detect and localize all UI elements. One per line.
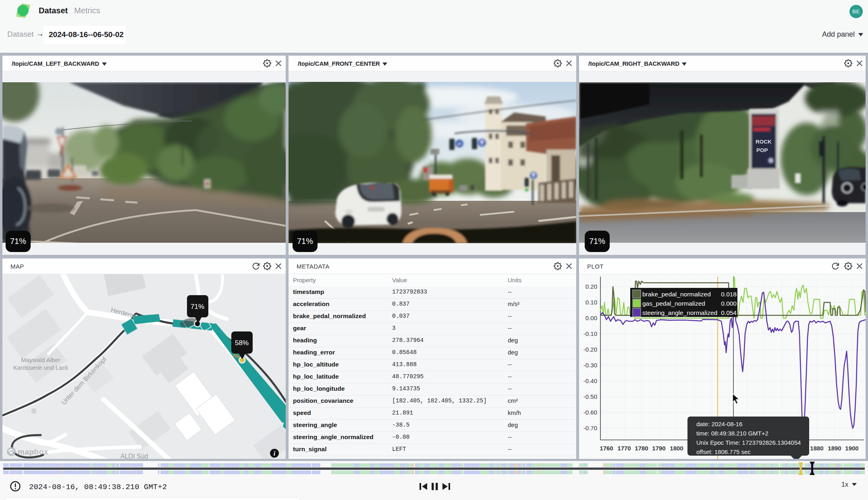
svg-text:71%: 71% (191, 303, 204, 310)
svg-text:-0.70: -0.70 (584, 425, 597, 431)
svg-text:-0.60: -0.60 (584, 409, 597, 416)
svg-text:POP: POP (756, 147, 768, 153)
svg-text:1790: 1790 (652, 445, 665, 452)
svg-text:brake_pedal_normalized: brake_pedal_normalized (642, 291, 711, 298)
svg-text:1760: 1760 (600, 445, 613, 452)
svg-text:1x: 1x (841, 481, 848, 488)
svg-text:-0.30: -0.30 (584, 362, 597, 369)
svg-text:1800: 1800 (670, 445, 683, 452)
svg-text:0.018: 0.018 (721, 291, 737, 298)
svg-text:2024-08-16, 08:49:38.210 GMT+2: 2024-08-16, 08:49:38.210 GMT+2 (29, 483, 167, 492)
svg-text:ROCK: ROCK (756, 139, 772, 145)
svg-text:0.000: 0.000 (721, 300, 737, 307)
svg-text:1900: 1900 (845, 445, 858, 452)
svg-text:1770: 1770 (617, 445, 631, 452)
svg-text:0.00: 0.00 (586, 315, 597, 321)
svg-text:-0.50: -0.50 (584, 393, 597, 400)
svg-text:1890: 1890 (828, 445, 841, 452)
svg-text:mapbox: mapbox (18, 448, 48, 456)
svg-text:0.10: 0.10 (586, 299, 597, 306)
svg-text:offset: 1806.775 sec: offset: 1806.775 sec (696, 448, 751, 455)
svg-text:steering_angle_normalized: steering_angle_normalized (642, 309, 717, 316)
svg-text:Karosserie und Lack: Karosserie und Lack (13, 364, 69, 371)
svg-text:0.20: 0.20 (586, 283, 597, 290)
svg-text:0.054: 0.054 (721, 309, 737, 316)
svg-text:-0.40: -0.40 (584, 377, 597, 384)
svg-text:i: i (274, 450, 276, 457)
svg-text:-0.20: -0.20 (584, 346, 597, 353)
svg-text:Maywald Alber: Maywald Alber (21, 356, 60, 363)
svg-text:date: 2024-08-16: date: 2024-08-16 (696, 421, 742, 427)
svg-text:-0.10: -0.10 (584, 330, 597, 337)
svg-text:1780: 1780 (635, 445, 648, 452)
svg-text:ALDI Süd: ALDI Süd (120, 453, 148, 459)
svg-text:Unix Epoc Time: 1723792826.130: Unix Epoc Time: 1723792826.1304054 (696, 439, 801, 446)
svg-text:58%: 58% (235, 339, 249, 347)
svg-text:1880: 1880 (810, 445, 823, 452)
svg-text:gas_pedal_normalized: gas_pedal_normalized (642, 300, 705, 307)
svg-text:time: 08:49:38.210 GMT+2: time: 08:49:38.210 GMT+2 (696, 430, 768, 437)
